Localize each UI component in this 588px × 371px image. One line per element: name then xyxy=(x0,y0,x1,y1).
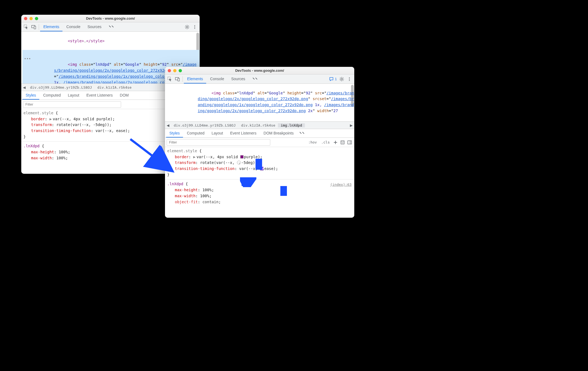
cls-button[interactable]: .cls xyxy=(320,140,331,144)
inspect-element-icon[interactable] xyxy=(22,23,30,31)
svg-point-14 xyxy=(194,28,195,29)
dom-node-style[interactable]: <style>…</style> xyxy=(22,32,200,50)
decl-transform[interactable]: transform: rotate(var(--x, -5deg)); xyxy=(167,160,352,166)
computed-styles-icon[interactable] xyxy=(340,139,346,146)
titlebar[interactable]: DevTools - www.google.com/ xyxy=(21,15,200,22)
hov-button[interactable]: :hov xyxy=(307,140,318,144)
minimize-icon[interactable] xyxy=(29,17,33,20)
decl-object-fit[interactable]: object-fit: contain; xyxy=(167,199,352,205)
subtab-more-icon[interactable] xyxy=(298,131,306,136)
tab-elements[interactable]: Elements xyxy=(40,22,62,31)
styles-filter-input[interactable] xyxy=(167,139,270,146)
main-toolbar: Elements Console Sources 1 xyxy=(165,74,354,84)
kebab-menu-icon[interactable] xyxy=(191,23,199,31)
tab-sources[interactable]: Sources xyxy=(84,22,105,31)
selector-lnxdpd[interactable]: .lnXdpd xyxy=(23,144,40,148)
decl-ttf[interactable]: transition-timing-function: var(--x, eas… xyxy=(167,166,352,172)
crumb-2[interactable]: div.k1zIA.rSk4se xyxy=(238,123,278,127)
svg-point-28 xyxy=(349,79,350,79)
zoom-icon[interactable] xyxy=(35,17,38,20)
tab-console[interactable]: Console xyxy=(63,22,83,31)
color-swatch-icon[interactable] xyxy=(240,155,244,158)
svg-line-26 xyxy=(343,77,343,78)
decl-max-height[interactable]: max-height: 100%; xyxy=(167,187,352,193)
svg-rect-32 xyxy=(341,141,344,144)
inspect-element-icon[interactable] xyxy=(166,75,174,83)
breadcrumb: ◀ div.o3j99.LLD4me.yr19Zb.LS8OJ div.k1zI… xyxy=(165,121,354,129)
tab-console[interactable]: Console xyxy=(207,74,227,83)
svg-point-12 xyxy=(194,25,195,26)
gear-icon[interactable] xyxy=(338,75,346,83)
kebab-menu-icon[interactable] xyxy=(346,75,353,83)
main-toolbar: Elements Console Sources xyxy=(21,22,200,32)
svg-point-3 xyxy=(186,26,188,28)
decl-border[interactable]: border: ▶var(--x, 4px solid purple); xyxy=(167,154,352,160)
subtab-computed[interactable]: Computed xyxy=(184,129,208,137)
traffic-lights xyxy=(168,69,182,72)
styles-filter-input[interactable] xyxy=(23,101,121,108)
gear-icon[interactable] xyxy=(183,23,191,31)
crumb-prev-icon[interactable]: ◀ xyxy=(21,85,27,89)
crumb-1[interactable]: div.o3j99.LLD4me.yr19Zb.LS8OJ xyxy=(171,123,238,127)
device-toolbar-icon[interactable] xyxy=(174,75,181,83)
dom-node-img[interactable]: <img class="lnXdpd" alt="Google" height=… xyxy=(166,84,354,120)
panel-tabs: Elements Console Sources xyxy=(40,22,117,31)
tab-sources[interactable]: Sources xyxy=(228,74,248,83)
bezier-swatch-icon[interactable] xyxy=(260,167,264,170)
tab-elements[interactable]: Elements xyxy=(184,74,206,83)
tab-more-icon[interactable] xyxy=(249,74,261,83)
crumb-prev-icon[interactable]: ◀ xyxy=(165,123,171,127)
svg-line-8 xyxy=(185,25,186,26)
svg-rect-2 xyxy=(34,26,36,29)
issues-counter[interactable]: 1 xyxy=(328,77,338,81)
subtab-event-listeners[interactable]: Event Listeners xyxy=(83,91,116,100)
styles-pane[interactable]: element.style { border: ▶var(--x, 4px so… xyxy=(165,147,354,218)
svg-line-9 xyxy=(188,28,189,29)
subtab-styles[interactable]: Styles xyxy=(166,129,183,137)
devtools-window-b: DevTools - www.google.com/ Elements Cons… xyxy=(165,67,354,218)
crumb-next-icon[interactable]: ▶ xyxy=(348,123,354,127)
svg-rect-17 xyxy=(178,78,179,81)
dom-tree[interactable]: <img class="lnXdpd" alt="Google" height=… xyxy=(165,84,354,121)
ellipsis-icon[interactable]: ••• xyxy=(24,56,31,62)
minimize-icon[interactable] xyxy=(173,69,176,72)
svg-point-13 xyxy=(194,26,195,27)
subtab-layout[interactable]: Layout xyxy=(208,129,226,137)
crumb-2[interactable]: div.k1zIA.rSk4se xyxy=(95,85,134,89)
svg-line-11 xyxy=(188,25,189,26)
svg-line-24 xyxy=(343,80,343,81)
new-style-rule-icon[interactable] xyxy=(332,139,338,146)
subtab-computed[interactable]: Computed xyxy=(40,91,64,100)
tab-more-icon[interactable] xyxy=(105,22,117,31)
device-toolbar-icon[interactable] xyxy=(30,23,38,31)
selector-element-style[interactable]: element.style xyxy=(167,149,197,153)
svg-line-25 xyxy=(340,80,341,81)
subtab-event-listeners[interactable]: Event Listeners xyxy=(227,129,260,137)
titlebar[interactable]: DevTools - www.google.com/ xyxy=(165,67,354,74)
crumb-1[interactable]: div.o3j99.LLD4me.yr19Zb.LS8OJ xyxy=(27,85,95,89)
styles-subtabs: Styles Computed Layout Event Listeners D… xyxy=(165,129,354,138)
subtab-styles[interactable]: Styles xyxy=(22,91,39,100)
svg-line-10 xyxy=(185,28,186,29)
selector-lnxdpd[interactable]: .lnXdpd xyxy=(167,182,183,186)
window-title: DevTools - www.google.com/ xyxy=(165,68,354,73)
close-icon[interactable] xyxy=(168,69,171,72)
toggle-sidebar-icon[interactable] xyxy=(347,139,353,146)
close-icon[interactable] xyxy=(24,17,27,20)
subtab-dom-breakpoints[interactable]: DOM Breakpoints xyxy=(260,129,297,137)
window-title: DevTools - www.google.com/ xyxy=(21,16,200,20)
crumb-3[interactable]: img.lnXdpd xyxy=(278,123,305,127)
svg-line-23 xyxy=(340,77,341,78)
source-link[interactable]: (index):63 xyxy=(330,182,352,187)
angle-swatch-icon[interactable] xyxy=(237,161,241,164)
zoom-icon[interactable] xyxy=(179,69,182,72)
svg-point-27 xyxy=(349,77,350,78)
issues-count: 1 xyxy=(335,77,337,81)
styles-filter-row: :hov .cls xyxy=(165,138,354,147)
traffic-lights xyxy=(24,17,38,20)
panel-tabs: Elements Console Sources xyxy=(184,74,261,83)
decl-max-width[interactable]: max-width: 100%; xyxy=(167,193,352,199)
subtab-dom[interactable]: DOM xyxy=(116,91,132,100)
subtab-layout[interactable]: Layout xyxy=(65,91,83,100)
selector-element-style[interactable]: element.style xyxy=(23,111,53,115)
